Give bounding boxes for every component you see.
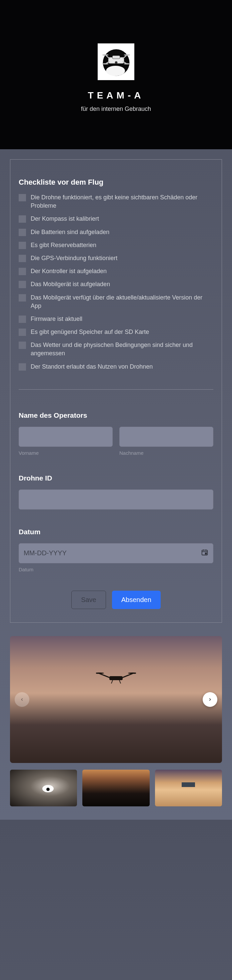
- checklist-item[interactable]: Das Mobilgerät verfügt über die aktuelle…: [19, 293, 213, 310]
- checkbox[interactable]: [19, 268, 26, 275]
- checklist-item[interactable]: Es gibt genügend Speicher auf der SD Kar…: [19, 328, 213, 336]
- chevron-right-icon: [208, 697, 212, 702]
- checklist-item-label: Die Batterien sind aufgeladen: [31, 228, 109, 236]
- checklist-item[interactable]: Der Kompass ist kalibriert: [19, 215, 213, 223]
- svg-point-9: [124, 54, 130, 56]
- submit-button[interactable]: Absenden: [112, 591, 161, 609]
- checklist-item-label: Es gibt Reservebatterien: [31, 241, 96, 250]
- checklist-section: Checkliste vor dem Flug Die Drohne funkt…: [19, 178, 213, 371]
- checklist-item-label: Das Mobilgerät ist aufgeladen: [31, 280, 110, 288]
- form-card: Checkliste vor dem Flug Die Drohne funkt…: [10, 159, 222, 623]
- checklist-item-label: Die GPS-Verbindung funktioniert: [31, 254, 117, 262]
- operator-name-label: Name des Operators: [19, 411, 213, 419]
- drone-id-input[interactable]: [19, 490, 213, 509]
- svg-line-23: [111, 680, 113, 684]
- svg-line-19: [99, 673, 109, 678]
- svg-point-12: [115, 61, 117, 64]
- checkbox[interactable]: [19, 229, 26, 236]
- date-sublabel: Datum: [19, 566, 213, 572]
- checkbox[interactable]: [19, 194, 26, 201]
- carousel-prev-button[interactable]: [15, 692, 29, 707]
- checklist-item[interactable]: Der Standort erlaubt das Nutzen von Droh…: [19, 363, 213, 371]
- svg-point-22: [128, 673, 136, 674]
- thumbnail-2[interactable]: [82, 770, 149, 807]
- date-placeholder: MM-DD-YYYY: [24, 549, 67, 557]
- checklist-item-label: Der Kompass ist kalibriert: [31, 215, 99, 223]
- svg-point-8: [102, 54, 108, 56]
- checklist-item-label: Die Drohne funktioniert, es gibt keine s…: [31, 193, 213, 210]
- checkbox[interactable]: [19, 255, 26, 262]
- svg-rect-18: [109, 676, 123, 680]
- checkbox[interactable]: [19, 281, 26, 288]
- svg-point-11: [124, 63, 130, 64]
- checklist-item-label: Das Mobilgerät verfügt über die aktuelle…: [31, 293, 213, 310]
- page-header: TEAM-A für den internen Gebrauch: [0, 0, 232, 149]
- date-group: Datum MM-DD-YYYY Datum: [19, 528, 213, 572]
- checkbox[interactable]: [19, 294, 26, 302]
- checkbox[interactable]: [19, 215, 26, 223]
- carousel-next-button[interactable]: [203, 692, 217, 707]
- checkbox[interactable]: [19, 329, 26, 336]
- drone-id-label: Drohne ID: [19, 474, 213, 482]
- operator-name-group: Name des Operators Vorname Nachname: [19, 411, 213, 456]
- checklist-title: Checkliste vor dem Flug: [19, 178, 213, 187]
- svg-rect-17: [205, 553, 207, 554]
- first-name-sublabel: Vorname: [19, 450, 113, 456]
- checklist-item-label: Es gibt genügend Speicher auf der SD Kar…: [31, 328, 149, 336]
- svg-rect-3: [112, 56, 120, 59]
- date-input[interactable]: MM-DD-YYYY: [19, 543, 213, 563]
- svg-line-24: [119, 680, 121, 684]
- first-name-input[interactable]: [19, 427, 113, 447]
- checklist-item-label: Das Wetter und die physischen Bedingunge…: [31, 341, 213, 358]
- checklist-item[interactable]: Die Drohne funktioniert, es gibt keine s…: [19, 193, 213, 210]
- checklist-item[interactable]: Das Wetter und die physischen Bedingunge…: [19, 341, 213, 358]
- drone-id-group: Drohne ID: [19, 474, 213, 509]
- checklist-item-label: Der Kontroller ist aufgeladen: [31, 267, 107, 275]
- brand-subtitle: für den internen Gebrauch: [0, 105, 232, 113]
- date-label: Datum: [19, 528, 213, 536]
- checklist-item[interactable]: Die Batterien sind aufgeladen: [19, 228, 213, 236]
- last-name-sublabel: Nachname: [119, 450, 213, 456]
- svg-point-1: [106, 65, 125, 75]
- checklist-item[interactable]: Die GPS-Verbindung funktioniert: [19, 254, 213, 262]
- checklist-item-label: Der Standort erlaubt das Nutzen von Droh…: [31, 363, 153, 371]
- form-buttons: Save Absenden: [19, 591, 213, 609]
- save-button[interactable]: Save: [71, 591, 106, 609]
- svg-point-21: [96, 673, 104, 674]
- checkbox[interactable]: [19, 242, 26, 249]
- last-name-input[interactable]: [119, 427, 213, 447]
- checkbox[interactable]: [19, 363, 26, 371]
- checklist-item[interactable]: Das Mobilgerät ist aufgeladen: [19, 280, 213, 288]
- brand-title: TEAM-A: [0, 90, 232, 101]
- checkbox[interactable]: [19, 342, 26, 349]
- thumbnail-1[interactable]: [10, 770, 77, 807]
- chevron-left-icon: [20, 697, 24, 702]
- svg-point-10: [102, 63, 108, 64]
- checklist-item[interactable]: Es gibt Reservebatterien: [19, 241, 213, 250]
- svg-line-20: [123, 673, 133, 678]
- checklist-item-label: Firmware ist aktuell: [31, 315, 82, 323]
- thumbnail-3[interactable]: [155, 770, 222, 807]
- logo: [98, 43, 134, 80]
- checklist-item[interactable]: Firmware ist aktuell: [19, 315, 213, 323]
- checklist-item[interactable]: Der Kontroller ist aufgeladen: [19, 267, 213, 275]
- image-carousel: [10, 636, 222, 763]
- calendar-icon: [201, 549, 208, 558]
- thumbnail-row: [10, 770, 222, 807]
- drone-logo-icon: [100, 46, 132, 78]
- checkbox[interactable]: [19, 315, 26, 323]
- divider: [19, 389, 213, 390]
- drone-silhouette-icon: [96, 671, 136, 685]
